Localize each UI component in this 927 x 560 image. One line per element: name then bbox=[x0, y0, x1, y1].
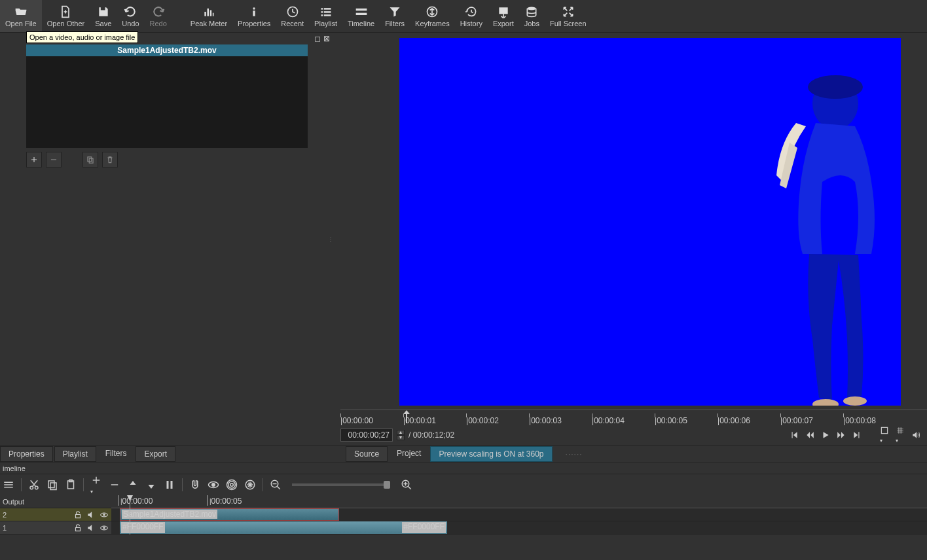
tab-export[interactable]: Export bbox=[136, 446, 175, 462]
jobs-icon bbox=[525, 5, 538, 18]
playlist-thumbnail[interactable] bbox=[26, 56, 308, 148]
paste-button[interactable] bbox=[65, 479, 77, 491]
timecode-spinner[interactable]: ▲▼ bbox=[397, 430, 405, 440]
timeline-ruler[interactable]: |00:00:00 |00:00:05 bbox=[111, 495, 927, 508]
play-button[interactable] bbox=[821, 430, 830, 440]
track-lane-v2[interactable]: Sample1AdjustedTB2.mov bbox=[111, 508, 927, 521]
svg-rect-2 bbox=[210, 10, 212, 16]
ripple-button[interactable] bbox=[226, 479, 238, 491]
lock-icon[interactable] bbox=[73, 510, 82, 519]
redo-button[interactable]: Redo bbox=[145, 0, 172, 32]
ruler-tick-label: |00:00:03 bbox=[529, 416, 562, 425]
playlist-add-button[interactable] bbox=[26, 152, 42, 167]
svg-point-25 bbox=[30, 486, 33, 489]
tab-filters[interactable]: Filters bbox=[98, 446, 135, 462]
preview-ruler[interactable]: |00:00:00 |00:00:01 |00:00:02 |00:00:03 … bbox=[340, 410, 927, 425]
overwrite-button[interactable] bbox=[145, 479, 157, 491]
lift-button[interactable] bbox=[127, 479, 139, 491]
zoom-fit-button[interactable]: ▾ bbox=[880, 426, 889, 444]
fullscreen-button[interactable]: Full Screen bbox=[545, 0, 592, 32]
history-icon bbox=[465, 5, 478, 18]
preview-scaling-indicator[interactable]: Preview scaling is ON at 360p bbox=[430, 446, 552, 462]
track-header-v2[interactable]: 2 bbox=[0, 508, 111, 521]
timecode-input[interactable]: 00:00:00;27 bbox=[340, 429, 393, 442]
svg-point-4 bbox=[253, 7, 255, 9]
ruler-tick-label: |00:00:07 bbox=[780, 416, 813, 425]
forward-button[interactable] bbox=[837, 430, 846, 440]
volume-button[interactable] bbox=[911, 430, 920, 440]
hide-icon[interactable] bbox=[100, 523, 109, 533]
snap-button[interactable] bbox=[189, 479, 201, 491]
hide-icon[interactable] bbox=[100, 510, 109, 519]
open-file-button[interactable]: Open File bbox=[0, 0, 42, 32]
tab-properties[interactable]: Properties bbox=[0, 446, 53, 462]
close-panel-icon[interactable]: ⊠ bbox=[323, 34, 330, 43]
svg-point-44 bbox=[103, 527, 105, 528]
keyframes-icon bbox=[426, 5, 439, 18]
recent-button[interactable]: Recent bbox=[276, 0, 309, 32]
skip-end-button[interactable] bbox=[852, 430, 862, 440]
svg-rect-12 bbox=[323, 14, 331, 16]
svg-rect-18 bbox=[88, 157, 92, 162]
export-button[interactable]: Export bbox=[488, 0, 519, 32]
playlist-remove-button[interactable] bbox=[46, 152, 62, 167]
zoom-out-button[interactable] bbox=[270, 479, 282, 491]
tooltip: Open a video, audio or image file bbox=[26, 31, 138, 43]
grip-handle[interactable]: ······ bbox=[566, 449, 583, 459]
tab-source[interactable]: Source bbox=[346, 446, 388, 462]
open-other-button[interactable]: Open Other bbox=[42, 0, 90, 32]
scrub-button[interactable] bbox=[208, 479, 219, 491]
keyframes-button[interactable]: Keyframes bbox=[410, 0, 455, 32]
playlist-button[interactable]: Playlist bbox=[309, 0, 342, 32]
playlist-delete-button[interactable] bbox=[102, 152, 118, 167]
timeline-menu-button[interactable] bbox=[3, 479, 14, 491]
undock-icon[interactable]: ◻ bbox=[314, 34, 321, 43]
output-track-header[interactable]: Output bbox=[0, 495, 111, 508]
append-button[interactable]: ▾ bbox=[90, 474, 102, 495]
playlist-copy-button[interactable] bbox=[82, 152, 98, 167]
mute-icon[interactable] bbox=[86, 523, 96, 533]
video-preview[interactable] bbox=[399, 38, 901, 406]
svg-point-32 bbox=[212, 483, 215, 487]
svg-rect-16 bbox=[499, 7, 507, 14]
track-lane-v1[interactable]: #FF0000FF #FF0000FF bbox=[111, 521, 927, 534]
rewind-button[interactable] bbox=[805, 430, 814, 440]
tab-playlist[interactable]: Playlist bbox=[54, 446, 96, 462]
panel-tabs-row: Properties Playlist Filters Export Sourc… bbox=[0, 445, 927, 463]
copy-button[interactable] bbox=[46, 479, 58, 491]
track-header-v1[interactable]: 1 bbox=[0, 521, 111, 534]
panel-resize-handle[interactable]: ⋮ bbox=[327, 236, 333, 243]
tab-project[interactable]: Project bbox=[389, 446, 429, 462]
clip-color[interactable]: #FF0000FF #FF0000FF bbox=[120, 521, 447, 534]
total-duration: / 00:00:12;02 bbox=[409, 430, 454, 440]
undo-button[interactable]: Undo bbox=[117, 0, 144, 32]
ripple-all-button[interactable] bbox=[244, 479, 256, 491]
mute-icon[interactable] bbox=[86, 510, 96, 519]
timeline-button[interactable]: Timeline bbox=[342, 0, 380, 32]
zoom-slider[interactable] bbox=[292, 483, 390, 486]
svg-point-22 bbox=[812, 399, 839, 406]
zoom-in-button[interactable] bbox=[401, 479, 412, 491]
lock-icon[interactable] bbox=[73, 523, 82, 533]
remove-button[interactable] bbox=[109, 479, 120, 491]
grid-button[interactable]: ▾ bbox=[896, 426, 905, 444]
svg-point-34 bbox=[228, 481, 236, 489]
peak-meter-icon bbox=[202, 5, 215, 18]
skip-start-button[interactable] bbox=[790, 430, 799, 440]
split-button[interactable] bbox=[164, 479, 175, 491]
timeline-playhead[interactable] bbox=[130, 495, 130, 534]
cut-button[interactable] bbox=[28, 479, 40, 491]
filters-button[interactable]: Filters bbox=[380, 0, 410, 32]
properties-button[interactable]: Properties bbox=[232, 0, 276, 32]
playlist-item-header[interactable]: Sample1AdjustedTB2.mov bbox=[26, 44, 308, 56]
list-icon bbox=[319, 5, 333, 18]
svg-rect-39 bbox=[76, 514, 81, 517]
peak-meter-button[interactable]: Peak Meter bbox=[185, 0, 232, 32]
track-content[interactable]: |00:00:00 |00:00:05 Sample1AdjustedTB2.m… bbox=[111, 495, 927, 534]
save-icon bbox=[97, 5, 110, 18]
svg-rect-10 bbox=[323, 11, 331, 13]
history-button[interactable]: History bbox=[455, 0, 488, 32]
save-button[interactable]: Save bbox=[90, 0, 117, 32]
clip-video[interactable]: Sample1AdjustedTB2.mov bbox=[120, 508, 339, 521]
jobs-button[interactable]: Jobs bbox=[519, 0, 545, 32]
